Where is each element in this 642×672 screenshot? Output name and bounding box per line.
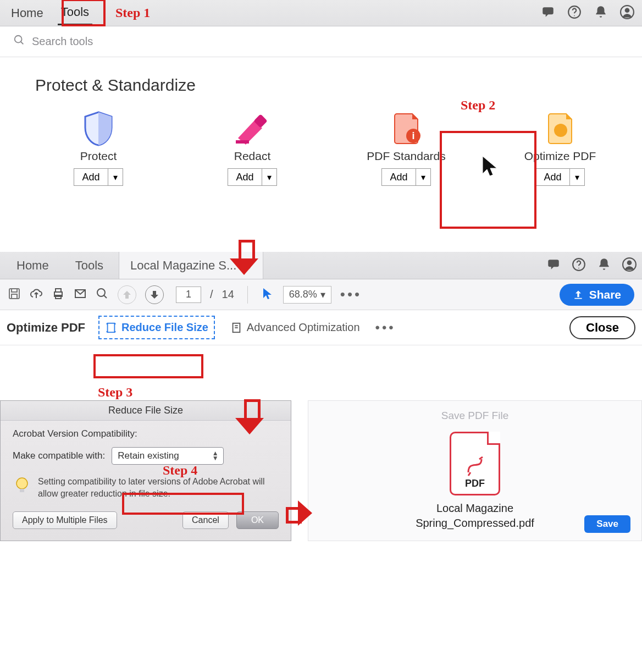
annotation-label-step5: Step 5 [229,538,263,541]
chevron-down-icon[interactable]: ▾ [569,168,585,186]
svg-marker-10 [412,114,418,119]
profile-icon[interactable] [622,257,637,274]
arrow-right-icon [286,500,313,526]
more-icon[interactable]: ••• [340,286,362,303]
add-button[interactable]: Add [535,168,569,186]
annotation-label-step3: Step 3 [98,385,132,400]
more-icon[interactable]: ••• [375,320,396,335]
add-split[interactable]: Add ▾ [381,168,430,186]
profile-icon[interactable] [620,5,634,21]
tab-document-label: Local Magazine S... [130,258,236,273]
chevron-down-icon[interactable]: ▾ [416,168,431,186]
arrow-down-icon [231,240,257,278]
advanced-optimization-button[interactable]: Advanced Optimization [225,317,366,338]
lightbulb-icon [13,476,31,494]
svg-point-28 [97,289,105,296]
add-button[interactable]: Add [381,168,415,186]
svg-marker-13 [566,114,572,119]
arrow-down-icon [236,399,263,438]
bell-icon[interactable] [594,5,608,21]
tool-protect[interactable]: Protect Add ▾ [52,111,145,186]
svg-point-3 [574,15,575,16]
add-split[interactable]: Add ▾ [228,168,276,186]
shield-icon [79,111,118,146]
annotation-label-step2: Step 2 [461,98,495,113]
save-button[interactable]: Save [584,515,630,533]
svg-rect-36 [20,489,24,492]
add-button[interactable]: Add [74,168,107,186]
tab-home[interactable]: Home [5,252,60,279]
svg-point-5 [625,8,630,13]
svg-rect-23 [12,294,17,299]
page-down-icon[interactable] [145,285,164,304]
add-button[interactable]: Add [228,168,261,186]
chevron-down-icon[interactable]: ▾ [262,168,277,186]
zoom-select[interactable]: 68.8% ▾ [283,286,331,304]
page-total: 14 [222,288,234,301]
tool-label: PDF Standards [367,150,446,163]
tool-label: Redact [234,150,271,163]
share-label: Share [589,288,621,301]
add-split[interactable]: Add ▾ [535,168,584,186]
page-current[interactable]: 1 [176,287,201,303]
help-icon[interactable] [567,5,582,21]
print-icon[interactable] [52,287,65,302]
chevron-down-icon: ▾ [320,289,325,301]
svg-rect-30 [574,298,582,299]
annotation-box-step2 [440,131,536,229]
search-icon[interactable] [96,287,109,302]
svg-line-29 [104,295,107,298]
svg-rect-31 [108,323,115,332]
zoom-value: 68.8% [289,289,317,300]
search-placeholder[interactable]: Search tools [32,35,93,48]
annotation-box-step1 [62,0,106,26]
chat-icon[interactable] [546,257,561,274]
svg-point-6 [15,36,22,43]
apply-multiple-button[interactable]: Apply to Multiple Files [13,511,117,529]
svg-point-35 [16,478,27,489]
optimize-pdf-icon [541,111,579,146]
mail-icon[interactable] [74,287,87,302]
annotation-label-step1: Step 1 [115,5,150,20]
chevron-down-icon[interactable]: ▾ [108,168,123,186]
tool-pdf-standards[interactable]: i PDF Standards Add ▾ [359,111,453,186]
svg-rect-22 [12,289,17,292]
pdf-standards-icon: i [387,111,425,146]
svg-point-18 [578,267,579,268]
add-split[interactable]: Add ▾ [74,168,123,186]
save-icon[interactable] [8,287,21,302]
save-title: Save PDF File [322,406,628,432]
save-pdf-panel: Save PDF File PDF Local Magazine Spring_… [308,400,642,541]
compat-select-value: Retain existing [118,450,179,461]
close-button[interactable]: Close [569,316,635,339]
cursor-icon [482,155,498,177]
bell-icon[interactable] [597,257,611,274]
section-title: Protect & Standardize [35,76,607,95]
make-compatible-label: Make compatible with: [13,450,105,461]
annotation-label-step4: Step 4 [163,463,197,478]
tool-label: Protect [80,150,117,163]
advanced-label: Advanced Optimization [247,321,360,334]
page-sep: / [210,288,213,301]
share-button[interactable]: Share [560,284,634,306]
svg-text:i: i [412,130,414,141]
pdf-file-icon: PDF [450,432,500,495]
tab-home[interactable]: Home [8,2,47,25]
page-up-icon[interactable] [118,285,136,304]
arrow-cursor-icon[interactable] [261,287,274,302]
chat-icon[interactable] [541,5,555,21]
svg-rect-9 [236,140,249,144]
annotation-box-step4 [122,493,244,515]
redact-icon [233,111,272,146]
svg-rect-25 [56,289,61,292]
tab-tools[interactable]: Tools [64,252,114,279]
help-icon[interactable] [572,257,586,274]
svg-line-7 [21,42,24,45]
pdf-badge: PDF [465,478,485,489]
tool-redact[interactable]: Redact Add ▾ [206,111,299,186]
svg-point-14 [554,124,567,137]
cloud-upload-icon[interactable] [30,287,43,302]
reduce-file-size-button[interactable]: Reduce File Size [98,316,215,339]
compat-select[interactable]: Retain existing ▲▼ [112,447,223,465]
annotation-box-step3 [93,354,203,378]
